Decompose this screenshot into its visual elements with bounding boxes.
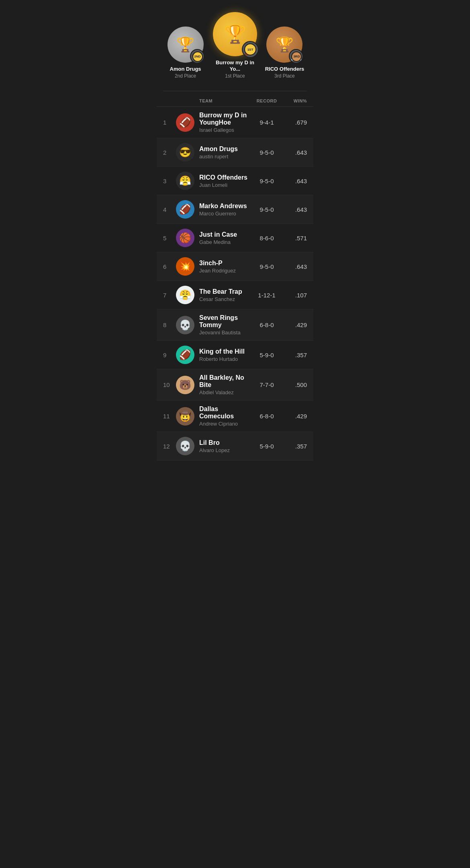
team-owner: Marco Guerrero [199, 211, 251, 217]
team-avatar: 😤 [176, 286, 194, 304]
team-win: .643 [283, 263, 307, 270]
podium-second[interactable]: 🏆 😎 2ND Amon Drugs 2nd Place [165, 27, 206, 79]
place-badge-first: 1ST [244, 43, 256, 55]
table-header: TEAM RECORD WIN% [157, 95, 313, 107]
trophy-bronze: 🏆 😤 3RD [266, 27, 302, 63]
podium-name-third: RICO Offenders [265, 66, 304, 72]
rank-number: 7 [163, 292, 171, 299]
rank-number: 4 [163, 206, 171, 213]
rank-number: 11 [163, 413, 171, 420]
team-list: 1 🏈 Burrow my D in YoungHoe Israel Galle… [157, 107, 313, 461]
trophy-icon-third: 🏆 [276, 37, 294, 52]
team-info: Just in Case Gabe Medina [199, 231, 251, 245]
rank-number: 3 [163, 178, 171, 184]
rank-number: 10 [163, 381, 171, 388]
team-info: RICO Offenders Juan Lomeli [199, 174, 251, 188]
team-record: 5-9-0 [251, 443, 283, 450]
team-record: 9-5-0 [251, 149, 283, 156]
team-owner: Jeovanni Bautista [199, 330, 251, 336]
team-record: 9-5-0 [251, 263, 283, 270]
podium-third[interactable]: 🏆 😤 3RD RICO Offenders 3rd Place [264, 27, 305, 79]
podium-place-second: 2nd Place [175, 73, 196, 79]
place-badge-third: 3RD [291, 51, 302, 62]
col-header-team: TEAM [199, 98, 251, 103]
team-row[interactable]: 12 💀 Lil Bro Alvaro Lopez 5-9-0 .357 [157, 432, 313, 461]
team-owner: Roberto Hurtado [199, 356, 251, 362]
team-row[interactable]: 11 🤠 Dallas Comeculos Andrew Cipriano 6-… [157, 401, 313, 432]
team-info: Seven Rings Tommy Jeovanni Bautista [199, 314, 251, 336]
trophy-icon-first: 🏆 [224, 25, 246, 43]
team-owner: Juan Lomeli [199, 182, 251, 188]
team-name: Seven Rings Tommy [199, 314, 251, 329]
team-row[interactable]: 8 💀 Seven Rings Tommy Jeovanni Bautista … [157, 309, 313, 341]
team-win: .357 [283, 352, 307, 358]
team-owner: Gabe Medina [199, 239, 251, 245]
team-info: Marko Andrews Marco Guerrero [199, 203, 251, 217]
team-info: The Bear Trap Cesar Sanchez [199, 288, 251, 302]
team-row[interactable]: 6 💥 3inch-P Jean Rodriguez 9-5-0 .643 [157, 252, 313, 281]
team-name: King of the Hill [199, 348, 251, 355]
place-badge-second: 2ND [192, 51, 203, 62]
team-row[interactable]: 3 😤 RICO Offenders Juan Lomeli 9-5-0 .64… [157, 167, 313, 195]
team-avatar: 🏈 [176, 113, 194, 132]
team-owner: Israel Gallegos [199, 127, 251, 133]
team-win: .429 [283, 413, 307, 420]
trophy-silver: 🏆 😎 2ND [168, 27, 204, 63]
team-record: 8-6-0 [251, 235, 283, 242]
team-avatar: 💀 [176, 437, 194, 455]
team-row[interactable]: 10 🐻 All Barkley, No Bite Abdiel Valadez… [157, 369, 313, 401]
team-info: 3inch-P Jean Rodriguez [199, 260, 251, 274]
team-record: 1-12-1 [251, 292, 283, 299]
team-avatar: 🏈 [176, 200, 194, 219]
podium-first[interactable]: 🏆 🏈 1ST Burrow my D in Yo... 1st Place [210, 12, 260, 79]
rank-number: 2 [163, 149, 171, 156]
team-win: .571 [283, 235, 307, 242]
trophy-icon-second: 🏆 [176, 37, 194, 52]
team-name: Just in Case [199, 231, 251, 238]
podium-section: 🏆 😎 2ND Amon Drugs 2nd Place 🏆 🏈 1ST Bur… [157, 0, 313, 87]
team-win: .500 [283, 381, 307, 388]
team-owner: Cesar Sanchez [199, 296, 251, 302]
team-win: .429 [283, 321, 307, 328]
team-owner: Abdiel Valadez [199, 389, 251, 395]
team-row[interactable]: 4 🏈 Marko Andrews Marco Guerrero 9-5-0 .… [157, 195, 313, 224]
team-owner: Alvaro Lopez [199, 447, 251, 453]
rank-number: 12 [163, 443, 171, 450]
team-record: 6-8-0 [251, 321, 283, 328]
team-record: 9-4-1 [251, 119, 283, 126]
team-info: King of the Hill Roberto Hurtado [199, 348, 251, 362]
team-row[interactable]: 7 😤 The Bear Trap Cesar Sanchez 1-12-1 .… [157, 281, 313, 309]
podium-name-first: Burrow my D in Yo... [210, 59, 260, 72]
team-win: .357 [283, 443, 307, 450]
team-row[interactable]: 1 🏈 Burrow my D in YoungHoe Israel Galle… [157, 107, 313, 138]
col-header-win: WIN% [283, 98, 307, 103]
team-owner: Andrew Cipriano [199, 421, 251, 427]
team-record: 7-7-0 [251, 381, 283, 388]
team-info: Burrow my D in YoungHoe Israel Gallegos [199, 112, 251, 133]
team-record: 9-5-0 [251, 206, 283, 213]
trophy-gold: 🏆 🏈 1ST [213, 12, 257, 56]
team-name: Marko Andrews [199, 203, 251, 210]
team-row[interactable]: 5 🏀 Just in Case Gabe Medina 8-6-0 .571 [157, 224, 313, 252]
team-win: .679 [283, 119, 307, 126]
team-name: Dallas Comeculos [199, 405, 251, 420]
team-record: 6-8-0 [251, 413, 283, 420]
rank-number: 8 [163, 321, 171, 328]
podium-place-third: 3rd Place [274, 73, 295, 79]
team-name: Amon Drugs [199, 145, 251, 153]
team-name: RICO Offenders [199, 174, 251, 181]
col-header-record: RECORD [251, 98, 283, 103]
team-record: 5-9-0 [251, 352, 283, 358]
team-info: Dallas Comeculos Andrew Cipriano [199, 405, 251, 427]
podium-name-second: Amon Drugs [170, 66, 201, 72]
team-row[interactable]: 2 😎 Amon Drugs austin rupert 9-5-0 .643 [157, 138, 313, 167]
team-name: Lil Bro [199, 439, 251, 446]
team-row[interactable]: 9 🏈 King of the Hill Roberto Hurtado 5-9… [157, 341, 313, 369]
team-info: All Barkley, No Bite Abdiel Valadez [199, 374, 251, 395]
team-name: All Barkley, No Bite [199, 374, 251, 389]
team-avatar: 😤 [176, 172, 194, 190]
team-avatar: 😎 [176, 143, 194, 162]
team-owner: austin rupert [199, 154, 251, 160]
podium-divider [163, 91, 307, 91]
team-avatar: 🏈 [176, 346, 194, 364]
